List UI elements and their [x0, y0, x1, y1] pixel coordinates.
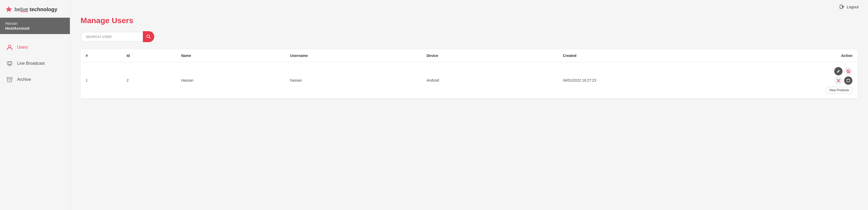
- col-header-created: Created: [558, 49, 748, 62]
- table-row: 1 2 Hassan hassan Android 04/01/2022 16:…: [81, 62, 858, 98]
- logo-text: belive technology: [14, 6, 57, 12]
- user-icon: [6, 43, 13, 51]
- edit-button[interactable]: [834, 67, 842, 76]
- users-table: # Id Name Username Device Created Action…: [81, 49, 858, 98]
- svg-marker-0: [6, 6, 12, 12]
- ban-button[interactable]: [844, 67, 852, 76]
- cell-created: 04/01/2022 16:27:23: [558, 62, 748, 98]
- col-header-username: Username: [285, 49, 421, 62]
- cell-device: Android: [421, 62, 558, 98]
- archive-icon: [6, 76, 13, 84]
- edit-icon: [837, 69, 840, 73]
- action-row-1: [834, 67, 852, 76]
- logo-area: belive technology: [0, 0, 70, 18]
- ban-icon: [846, 69, 850, 73]
- sidebar-item-live-broadcast[interactable]: Live Broadcast: [0, 55, 70, 71]
- cell-action: View Products: [748, 62, 858, 98]
- svg-line-14: [847, 70, 849, 72]
- action-cell: View Products: [754, 67, 852, 94]
- logout-icon: [839, 4, 845, 9]
- table-header: # Id Name Username Device Created Action: [81, 49, 858, 62]
- col-header-index: #: [81, 49, 121, 62]
- sidebar-item-users-label: Users: [17, 45, 28, 50]
- sidebar-item-archive-label: Archive: [17, 77, 31, 82]
- logo-star-icon: [5, 6, 12, 13]
- col-header-name: Name: [176, 49, 285, 62]
- users-table-container: # Id Name Username Device Created Action…: [81, 49, 858, 98]
- action-row-2: [834, 77, 852, 85]
- svg-line-12: [149, 37, 151, 39]
- user-name: Hassan: [5, 21, 65, 26]
- search-input[interactable]: [81, 32, 143, 41]
- svg-rect-3: [8, 62, 11, 64]
- search-icon: [146, 34, 151, 39]
- page-title: Manage Users: [81, 16, 858, 25]
- svg-point-1: [8, 45, 11, 48]
- delete-button[interactable]: [834, 77, 842, 85]
- products-button[interactable]: [844, 77, 852, 85]
- nav-items: Users Live Broadcast Arch: [0, 37, 70, 90]
- cart-icon: [846, 79, 850, 82]
- search-row: [81, 31, 858, 42]
- sidebar: belive technology Hassan HostAccount Use…: [0, 0, 70, 210]
- user-card: Hassan HostAccount: [0, 18, 70, 34]
- cell-id: 2: [121, 62, 176, 98]
- logout-label: Logout: [847, 5, 859, 9]
- logout-button[interactable]: Logout: [839, 4, 859, 9]
- search-button[interactable]: [143, 31, 154, 42]
- cell-index: 1: [81, 62, 121, 98]
- cell-username: hassan: [285, 62, 421, 98]
- cell-name: Hassan: [176, 62, 285, 98]
- view-products-button[interactable]: View Products: [826, 87, 852, 94]
- broadcast-icon: [6, 60, 13, 67]
- top-bar: Logout: [70, 0, 868, 13]
- sidebar-item-broadcast-label: Live Broadcast: [17, 61, 45, 66]
- col-header-id: Id: [121, 49, 176, 62]
- sidebar-item-archive[interactable]: Archive: [0, 71, 70, 88]
- content-area: Manage Users # Id Name Username Dev: [70, 13, 868, 106]
- user-role: HostAccount: [5, 26, 65, 30]
- svg-rect-17: [847, 80, 850, 82]
- col-header-action: Action: [748, 49, 858, 62]
- main-content: Logout Manage Users # Id Name: [70, 0, 868, 210]
- table-body: 1 2 Hassan hassan Android 04/01/2022 16:…: [81, 62, 858, 98]
- delete-icon: [837, 79, 840, 82]
- sidebar-item-users[interactable]: Users: [0, 39, 70, 55]
- col-header-device: Device: [421, 49, 558, 62]
